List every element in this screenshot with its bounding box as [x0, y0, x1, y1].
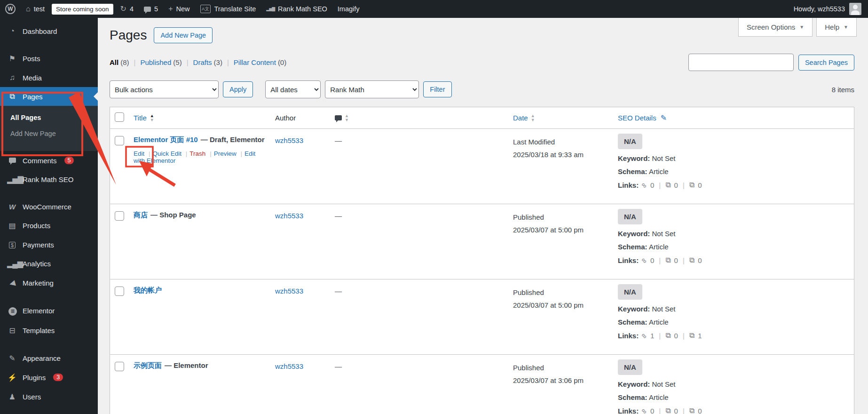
- page-title-link[interactable]: 我的帐户: [134, 286, 162, 294]
- translate-site-menu[interactable]: A文 Translate Site: [195, 0, 261, 18]
- column-header-seo-details[interactable]: SEO Details ✎: [618, 113, 854, 122]
- submenu-add-new-page[interactable]: Add New Page: [0, 126, 98, 142]
- author-link[interactable]: wzh5533: [275, 212, 303, 220]
- keyword-value: Not Set: [652, 305, 676, 313]
- help-button[interactable]: Help ▼: [816, 18, 857, 37]
- sidebar-item-dashboard[interactable]: ◔ Dashboard: [0, 22, 98, 40]
- submenu-all-pages[interactable]: All Pages: [0, 110, 98, 126]
- author-header-label: Author: [275, 114, 296, 122]
- trash-link[interactable]: Trash: [189, 150, 205, 157]
- sidebar-item-users[interactable]: ♟ Users: [0, 387, 98, 406]
- sidebar-item-comments[interactable]: Comments 5: [0, 151, 98, 170]
- wp-logo-menu[interactable]: W: [0, 0, 21, 18]
- page-title-link[interactable]: Elementor 页面 #10: [134, 135, 198, 143]
- seo-score-badge: N/A: [618, 209, 642, 224]
- keyword-label: Keyword:: [618, 230, 650, 238]
- plugin-icon: ⚡: [7, 373, 17, 382]
- column-header-comments[interactable]: ▲▼: [331, 114, 513, 121]
- dates-filter-select[interactable]: All dates: [265, 80, 321, 98]
- select-all-checkbox[interactable]: [115, 112, 124, 122]
- rank-math-icon: ▂▅▇: [7, 175, 17, 184]
- view-all-link[interactable]: All: [110, 58, 118, 66]
- woocommerce-icon: W: [7, 203, 17, 211]
- edit-link[interactable]: Edit: [134, 150, 144, 157]
- view-drafts-link[interactable]: Drafts: [193, 58, 212, 66]
- sort-arrows-icon: ▲▼: [150, 114, 154, 121]
- view-published-count: (5): [173, 58, 181, 66]
- seo-score-badge: N/A: [618, 284, 642, 300]
- rank-math-menu[interactable]: ▂▅▇ Rank Math SEO: [261, 0, 332, 18]
- sidebar-item-appearance[interactable]: ✎ Appearance: [0, 349, 98, 368]
- account-menu[interactable]: Howdy, wzh5533: [787, 3, 868, 15]
- date-value: 2025/03/07 at 3:06 pm: [513, 374, 614, 387]
- apply-button[interactable]: Apply: [223, 81, 253, 97]
- preview-link[interactable]: Preview: [214, 150, 237, 157]
- translate-icon: A文: [200, 5, 211, 13]
- comments-cell: —: [331, 204, 513, 279]
- howdy-label: Howdy, wzh5533: [794, 5, 845, 13]
- add-new-page-button[interactable]: Add New Page: [154, 27, 213, 43]
- external-link-icon: ⧉: [665, 181, 671, 189]
- sidebar-item-analytics[interactable]: ▂▄▆ Analytics: [0, 254, 98, 273]
- author-link[interactable]: wzh5533: [275, 136, 303, 144]
- items-count: 8 items: [832, 86, 854, 94]
- comments-menu[interactable]: 5: [139, 0, 163, 18]
- sidebar-item-plugins[interactable]: ⚡ Plugins 3: [0, 368, 98, 387]
- sidebar-item-woocommerce[interactable]: W WooCommerce: [0, 198, 98, 216]
- page-title: Pages: [110, 28, 147, 43]
- bulk-actions-select[interactable]: Bulk actions: [110, 80, 219, 98]
- new-content-menu[interactable]: + New: [163, 0, 195, 18]
- column-header-date[interactable]: Date ▲▼: [513, 111, 618, 124]
- filter-button[interactable]: Filter: [423, 81, 451, 97]
- sidebar-item-posts[interactable]: ⚑ Posts: [0, 49, 98, 68]
- rank-math-filter-select[interactable]: Rank Math: [325, 80, 419, 98]
- row-checkbox[interactable]: [115, 211, 124, 221]
- links-label: Links:: [618, 181, 639, 189]
- imagify-menu[interactable]: Imagify: [332, 0, 365, 18]
- author-link[interactable]: wzh5533: [275, 362, 303, 370]
- column-header-title[interactable]: Title ▲▼: [129, 114, 272, 122]
- sidebar-item-marketing[interactable]: ◀ Marketing: [0, 273, 98, 293]
- date-status: Published: [513, 361, 614, 374]
- site-name-label: test: [34, 5, 45, 13]
- comments-count: 5: [154, 5, 158, 13]
- author-link[interactable]: wzh5533: [275, 287, 303, 295]
- comments-cell: —: [331, 355, 513, 414]
- sidebar-item-rank-math-seo[interactable]: ▂▅▇ Rank Math SEO: [0, 170, 98, 189]
- home-icon: ⌂: [26, 5, 31, 13]
- sidebar-item-pages[interactable]: ⧉ Pages: [0, 87, 98, 106]
- megaphone-icon: ◀: [6, 277, 18, 288]
- row-checkbox[interactable]: [115, 136, 124, 145]
- view-pillar-content-link[interactable]: Pillar Content: [234, 58, 276, 66]
- view-drafts-count: (3): [214, 58, 222, 66]
- translate-label: Translate Site: [214, 5, 256, 13]
- page-title-link[interactable]: 示例页面: [134, 361, 162, 369]
- user-avatar: [849, 3, 861, 15]
- sidebar-item-templates[interactable]: ⊟ Templates: [0, 321, 98, 340]
- link-count: 0: [698, 407, 702, 414]
- plus-icon: +: [168, 5, 173, 13]
- sidebar-item-elementor[interactable]: ≣ Elementor: [0, 301, 98, 321]
- admin-bar: W ⌂ test Store coming soon ↻ 4 5 + New A…: [0, 0, 868, 18]
- updates-count: 4: [130, 5, 134, 13]
- sidebar-item-media[interactable]: ♫ Media: [0, 68, 98, 87]
- sidebar-label: Rank Math SEO: [23, 175, 73, 183]
- screen-options-button[interactable]: Screen Options ▼: [738, 18, 813, 37]
- row-checkbox[interactable]: [115, 362, 124, 371]
- view-published-link[interactable]: Published: [140, 58, 171, 66]
- updates-menu[interactable]: ↻ 4: [115, 0, 139, 18]
- date-status: Published: [513, 286, 614, 299]
- comments-icon: [7, 156, 17, 165]
- sidebar-label: WooCommerce: [23, 203, 71, 211]
- search-input[interactable]: [688, 54, 794, 71]
- sidebar-item-payments[interactable]: $ Payments: [0, 235, 98, 254]
- search-pages-button[interactable]: Search Pages: [798, 55, 854, 71]
- quick-edit-link[interactable]: Quick Edit: [153, 150, 182, 157]
- folder-icon: ⊟: [7, 326, 17, 335]
- pencil-icon: ✎: [661, 113, 667, 122]
- site-name-menu[interactable]: ⌂ test: [21, 0, 50, 18]
- coming-soon-badge[interactable]: Store coming soon: [52, 4, 113, 15]
- sidebar-item-products[interactable]: ▤ Products: [0, 216, 98, 235]
- page-title-link[interactable]: 商店: [134, 211, 148, 219]
- row-checkbox[interactable]: [115, 287, 124, 296]
